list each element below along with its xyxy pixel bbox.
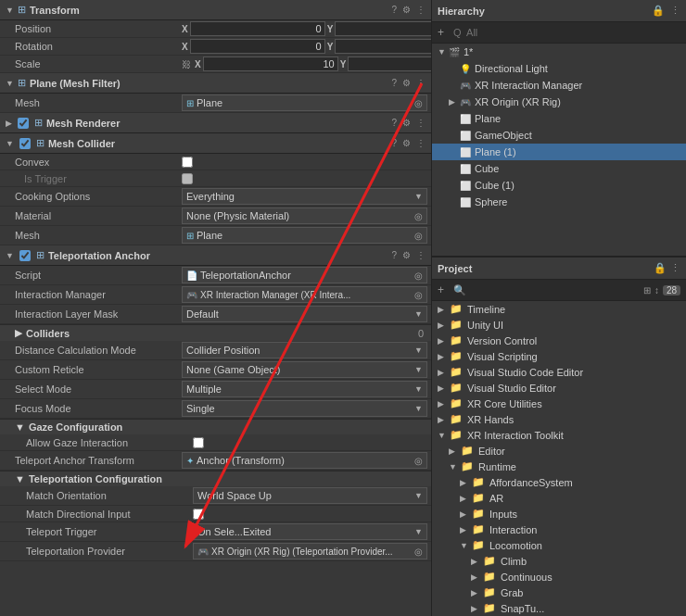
- mesh-filter-help[interactable]: ?: [391, 78, 397, 88]
- hierarchy-item-plane[interactable]: ⬜ Plane: [432, 110, 686, 127]
- proj-item-xr-hands[interactable]: ▶ 📁 XR Hands: [432, 411, 686, 427]
- proj-item-visual-studio[interactable]: ▶ 📁 Visual Studio Editor: [432, 380, 686, 396]
- mesh-filter-mesh-field[interactable]: ⊞Plane ◎: [182, 94, 427, 111]
- hierarchy-add-icon[interactable]: +: [438, 26, 444, 39]
- position-y[interactable]: [335, 21, 431, 36]
- proj-item-vscode[interactable]: ▶ 📁 Visual Studio Code Editor: [432, 364, 686, 380]
- mesh-collider-settings[interactable]: ⚙: [402, 138, 411, 148]
- proj-item-timeline[interactable]: ▶ 📁 Timeline: [432, 301, 686, 317]
- hierarchy-item-sphere[interactable]: ⬜ Sphere: [432, 194, 686, 210]
- proj-item-affordance[interactable]: ▶ 📁 AffordanceSystem: [432, 474, 686, 490]
- im-eye-icon[interactable]: ◎: [414, 290, 423, 300]
- mesh-collider-fold[interactable]: ▼: [6, 139, 14, 148]
- focus-mode-dropdown[interactable]: Single ▼: [182, 400, 427, 417]
- teleport-anchor-transform-field[interactable]: ✦Anchor (Transform) ◎: [182, 452, 427, 469]
- proj-item-ar[interactable]: ▶ 📁 AR: [432, 490, 686, 506]
- tat-eye-icon[interactable]: ◎: [414, 456, 423, 466]
- mesh-collider-checkbox[interactable]: [19, 138, 31, 149]
- teleport-settings[interactable]: ⚙: [402, 250, 411, 260]
- mesh-filter-fold[interactable]: ▼: [6, 79, 14, 88]
- mesh-renderer-menu[interactable]: ⋮: [416, 118, 426, 128]
- hierarchy-item-plane1[interactable]: ⬜ Plane (1): [432, 144, 686, 160]
- project-filter-icon[interactable]: ⊞: [643, 285, 651, 295]
- interaction-manager-row: Interaction Manager 🎮XR Interaction Mana…: [0, 285, 431, 305]
- interaction-layer-mask-dropdown[interactable]: Default ▼: [182, 306, 427, 322]
- teleport-menu[interactable]: ⋮: [416, 250, 426, 260]
- scale-x[interactable]: [203, 57, 338, 71]
- project-search-input[interactable]: [448, 282, 640, 298]
- mesh-collider-mesh-field[interactable]: ⊞Plane ◎: [182, 227, 427, 244]
- proj-item-inputs[interactable]: ▶ 📁 Inputs: [432, 506, 686, 522]
- proj-item-grab[interactable]: ▶ 📁 Grab: [432, 585, 686, 600]
- scale-y[interactable]: [348, 57, 431, 71]
- convex-checkbox[interactable]: [182, 157, 193, 168]
- proj-item-visual-scripting[interactable]: ▶ 📁 Visual Scripting: [432, 348, 686, 364]
- custom-reticle-dropdown[interactable]: None (Game Object) ▼: [182, 361, 427, 378]
- transform-fold-arrow[interactable]: ▼: [6, 6, 14, 15]
- hierarchy-item-xr-manager[interactable]: 🎮 XR Interaction Manager: [432, 77, 686, 94]
- hierarchy-menu-icon[interactable]: ⋮: [670, 5, 680, 17]
- teleport-checkbox[interactable]: [19, 250, 31, 261]
- mesh-filter-eye-icon[interactable]: ◎: [414, 98, 423, 108]
- mesh-renderer-settings[interactable]: ⚙: [402, 118, 411, 128]
- is-trigger-checkbox[interactable]: [182, 173, 193, 184]
- teleport-config-fold[interactable]: ▼: [15, 473, 25, 484]
- project-sort-icon[interactable]: ↕: [654, 285, 659, 295]
- proj-item-snaptu[interactable]: ▶ 📁 SnapTu...: [432, 600, 686, 616]
- hierarchy-item-gameobj[interactable]: ⬜ GameObject: [432, 127, 686, 144]
- hierarchy-search[interactable]: [448, 24, 680, 41]
- mesh-renderer-checkbox[interactable]: [18, 118, 29, 129]
- mesh-col-eye-icon[interactable]: ◎: [414, 231, 423, 241]
- hierarchy-item-cube1[interactable]: ⬜ Cube (1): [432, 177, 686, 194]
- hierarchy-item-dir-light[interactable]: 💡 Directional Light: [432, 60, 686, 77]
- mesh-renderer-help[interactable]: ?: [391, 118, 397, 128]
- script-eye-icon[interactable]: ◎: [414, 270, 423, 281]
- rotation-x[interactable]: [190, 39, 325, 54]
- allow-gaze-checkbox[interactable]: [193, 437, 204, 448]
- hierarchy-item-scene[interactable]: ▼ 🎬 1*: [432, 44, 686, 60]
- tp-eye-icon[interactable]: ◎: [414, 547, 423, 557]
- proj-item-runtime[interactable]: ▼ 📁 Runtime: [432, 459, 686, 474]
- mesh-collider-help[interactable]: ?: [391, 138, 397, 148]
- teleport-trigger-dropdown[interactable]: On Sele...Exited ▼: [193, 523, 427, 540]
- position-x[interactable]: [190, 21, 325, 36]
- mesh-filter-menu[interactable]: ⋮: [416, 78, 426, 88]
- select-mode-dropdown[interactable]: Multiple ▼: [182, 381, 427, 397]
- proj-item-version-control[interactable]: ▶ 📁 Version Control: [432, 333, 686, 348]
- proj-item-editor[interactable]: ▶ 📁 Editor: [432, 443, 686, 459]
- project-add-icon[interactable]: +: [438, 283, 444, 296]
- transform-help-icon[interactable]: ?: [391, 5, 397, 15]
- material-eye-icon[interactable]: ◎: [414, 211, 423, 221]
- transform-menu-icon[interactable]: ⋮: [416, 5, 426, 15]
- teleport-help[interactable]: ?: [391, 250, 397, 260]
- mesh-collider-menu[interactable]: ⋮: [416, 138, 426, 148]
- hierarchy-item-cube[interactable]: ⬜ Cube: [432, 160, 686, 177]
- hierarchy-item-xr-origin[interactable]: ▶ 🎮 XR Origin (XR Rig): [432, 94, 686, 110]
- proj-item-xr-core[interactable]: ▶ 📁 XR Core Utilities: [432, 396, 686, 411]
- vc-folder-icon: 📁: [450, 334, 463, 346]
- teleport-fold[interactable]: ▼: [6, 251, 14, 260]
- proj-item-xr-toolkit[interactable]: ▼ 📁 XR Interaction Toolkit: [432, 427, 686, 443]
- mesh-renderer-fold[interactable]: ▶: [6, 119, 12, 128]
- match-directional-checkbox[interactable]: [193, 509, 204, 520]
- proj-item-interaction[interactable]: ▶ 📁 Interaction: [432, 522, 686, 537]
- match-orientation-dropdown[interactable]: World Space Up ▼: [193, 487, 427, 504]
- cooking-options-dropdown[interactable]: Everything ▼: [182, 188, 427, 205]
- gaze-fold[interactable]: ▼: [15, 421, 25, 433]
- project-lock-icon[interactable]: 🔒: [654, 262, 667, 274]
- teleport-provider-field[interactable]: 🎮XR Origin (XR Rig) (Teleportation Provi…: [193, 543, 427, 559]
- material-field[interactable]: None (Physic Material) ◎: [182, 207, 427, 224]
- rotation-y[interactable]: [335, 39, 431, 54]
- hierarchy-lock-icon[interactable]: 🔒: [652, 5, 665, 17]
- proj-item-continuous[interactable]: ▶ 📁 Continuous: [432, 569, 686, 585]
- mesh-filter-settings[interactable]: ⚙: [402, 78, 411, 88]
- transform-settings-icon[interactable]: ⚙: [402, 5, 411, 15]
- proj-item-unity-ui[interactable]: ▶ 📁 Unity UI: [432, 317, 686, 333]
- proj-item-climb[interactable]: ▶ 📁 Climb: [432, 553, 686, 569]
- dist-calc-dropdown[interactable]: Collider Position ▼: [182, 342, 427, 358]
- interaction-manager-field[interactable]: 🎮XR Interaction Manager (XR Intera... ◎: [182, 286, 427, 303]
- script-field[interactable]: 📄TeleportationAnchor ◎: [182, 267, 427, 283]
- proj-item-locomotion[interactable]: ▼ 📁 Locomotion: [432, 537, 686, 553]
- colliders-fold[interactable]: ▶: [15, 327, 22, 339]
- project-menu-icon[interactable]: ⋮: [670, 262, 680, 274]
